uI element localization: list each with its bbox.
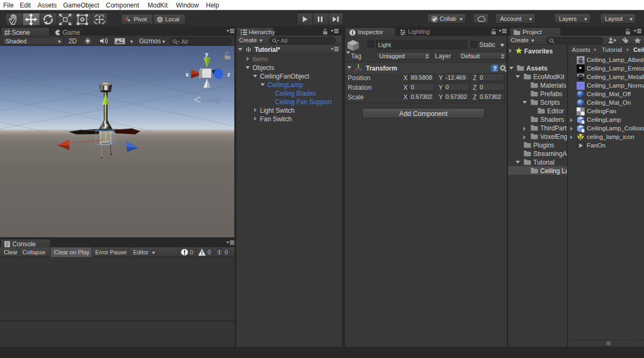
svg-text:x: x [186, 71, 189, 77]
svg-text:Persp: Persp [202, 96, 220, 104]
svg-text:z: z [227, 71, 230, 77]
svg-text:y: y [205, 51, 209, 57]
svg-text:?: ? [493, 66, 496, 72]
